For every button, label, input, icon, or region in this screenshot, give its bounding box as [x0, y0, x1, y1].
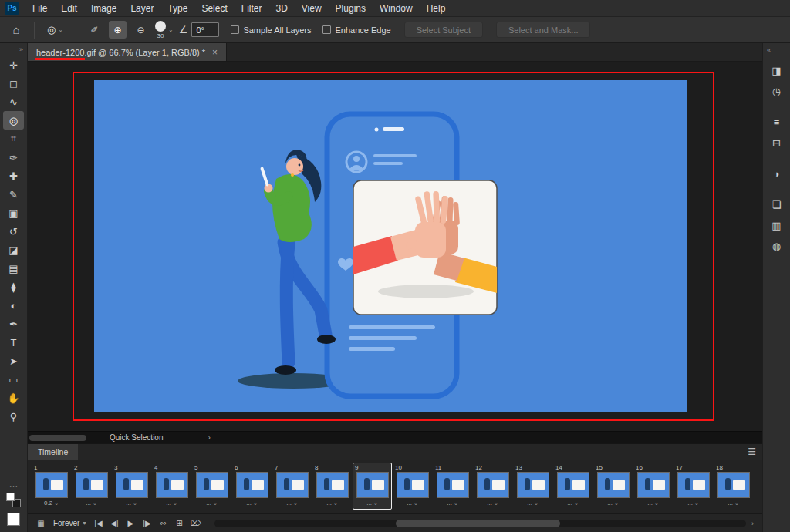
pen-tool[interactable]: ✒	[3, 315, 24, 333]
menu-item[interactable]: Image	[84, 0, 123, 17]
option-checkbox[interactable]: Sample All Layers	[231, 25, 311, 35]
option-checkbox[interactable]: Enhance Edge	[322, 25, 390, 35]
eraser-tool[interactable]: ◪	[3, 241, 24, 259]
frame-delay-dropdown[interactable]: ... ⌄	[194, 500, 229, 507]
menu-item[interactable]: 3D	[268, 0, 294, 17]
subtract-from-selection-icon[interactable]: ⊖	[132, 21, 150, 39]
collapse-panels-icon[interactable]: «	[767, 45, 771, 56]
scroll-right-icon[interactable]: ›	[750, 520, 755, 527]
healing-brush-tool[interactable]: ✚	[3, 167, 24, 185]
timeline-frame[interactable]: 17 ... ⌄	[674, 463, 713, 510]
frame-delay-dropdown[interactable]: ... ⌄	[395, 500, 430, 507]
menu-item[interactable]: Layer	[123, 0, 160, 17]
brush-size-picker[interactable]: 30 ⌄	[155, 21, 174, 39]
document-tab[interactable]: header-1200.gif @ 66.7% (Layer 1, RGB/8)…	[28, 43, 227, 61]
quick-selection-tool[interactable]: ◎	[3, 111, 24, 130]
layers-panel-icon[interactable]: ❏	[766, 195, 787, 214]
tween-button[interactable]: ∾	[157, 519, 169, 527]
timeline-frame[interactable]: 5 ... ⌄	[192, 463, 231, 510]
timeline-scrollbar-thumb[interactable]	[396, 520, 560, 527]
history-brush-tool[interactable]: ↺	[3, 222, 24, 241]
timeline-frame[interactable]: 8 ... ⌄	[312, 463, 352, 510]
menu-item[interactable]: Window	[373, 0, 420, 17]
edit-toolbar-icon[interactable]: …	[9, 481, 19, 487]
path-select-tool[interactable]: ➤	[3, 352, 24, 370]
type-tool[interactable]: T	[3, 333, 24, 352]
menu-item[interactable]: Select	[194, 0, 234, 17]
next-frame-button[interactable]: |▶	[140, 519, 153, 527]
frame-delay-dropdown[interactable]: ... ⌄	[716, 500, 751, 507]
hand-tool[interactable]: ✋	[3, 389, 24, 407]
frame-delay-dropdown[interactable]: ... ⌄	[315, 500, 349, 507]
color-panel-icon[interactable]: ◑	[766, 164, 787, 184]
menu-item[interactable]: Filter	[235, 0, 269, 17]
timeline-frame[interactable]: 18 ... ⌄	[714, 463, 753, 510]
timeline-frame[interactable]: 10 ... ⌄	[393, 463, 432, 510]
menu-item[interactable]: View	[295, 0, 329, 17]
canvas[interactable]	[28, 62, 762, 431]
move-tool[interactable]: ✛	[3, 56, 24, 74]
timeline-frame[interactable]: 6 ... ⌄	[232, 463, 272, 510]
timeline-frame[interactable]: 16 ... ⌄	[633, 463, 673, 510]
duplicate-frame-button[interactable]: ⊞	[173, 519, 185, 527]
timeline-frame[interactable]: 7 ... ⌄	[272, 463, 312, 510]
timeline-frame[interactable]: 2 ... ⌄	[72, 463, 111, 510]
expand-panel-icon[interactable]: »	[19, 45, 23, 55]
frame-delay-dropdown[interactable]: ... ⌄	[596, 500, 630, 507]
timeline-frame[interactable]: 14 ... ⌄	[553, 463, 592, 510]
timeline-frame[interactable]: 9 ... ⌄	[353, 463, 392, 510]
frame-delay-dropdown[interactable]: 0.2 ⌄	[34, 500, 69, 507]
menu-item[interactable]: Plugins	[329, 0, 373, 17]
gradient-tool[interactable]: ▤	[3, 259, 24, 278]
dodge-tool[interactable]: ◐	[3, 296, 24, 315]
timeline-frame[interactable]: 11 ... ⌄	[433, 463, 472, 510]
crop-tool[interactable]: ⌗	[3, 130, 24, 148]
panel-menu-icon[interactable]: ☰	[748, 446, 756, 457]
menu-item[interactable]: Help	[420, 0, 453, 17]
options-button[interactable]: Select Subject	[404, 22, 483, 38]
adjustments-panel-icon[interactable]: ◨	[766, 61, 787, 80]
timeline-frame[interactable]: 4 ... ⌄	[152, 463, 191, 510]
frame-delay-dropdown[interactable]: ... ⌄	[555, 500, 590, 507]
color-swatch[interactable]	[7, 513, 20, 526]
frame-delay-dropdown[interactable]: ... ⌄	[515, 500, 550, 507]
add-to-selection-icon[interactable]: ⊕	[109, 21, 127, 39]
angle-input[interactable]: 0°	[191, 22, 219, 37]
lasso-tool[interactable]: ∿	[3, 93, 24, 111]
close-icon[interactable]: ×	[212, 47, 218, 58]
menu-item[interactable]: Type	[160, 0, 194, 17]
frame-delay-dropdown[interactable]: ... ⌄	[235, 500, 269, 507]
menu-item[interactable]: Edit	[54, 0, 84, 17]
play-button[interactable]: ▶	[124, 519, 137, 527]
blur-tool[interactable]: ⧫	[3, 278, 24, 296]
loop-count-dropdown[interactable]: Forever ▾	[51, 518, 88, 528]
timeline-frame[interactable]: 13 ... ⌄	[513, 463, 552, 510]
previous-frame-button[interactable]: ◀|	[108, 519, 120, 527]
shape-tool[interactable]: ▭	[3, 370, 24, 389]
eyedropper-tool[interactable]: ✑	[3, 148, 24, 167]
timeline-frame[interactable]: 3 ... ⌄	[112, 463, 151, 510]
first-frame-button[interactable]: |◀	[92, 519, 104, 527]
home-icon[interactable]: ⌂	[8, 23, 25, 36]
frame-delay-dropdown[interactable]: ... ⌄	[475, 500, 510, 507]
new-selection-icon[interactable]: ✐	[86, 21, 103, 39]
zoom-tool[interactable]: ⚲	[3, 407, 24, 426]
frame-delay-dropdown[interactable]: ... ⌄	[275, 500, 309, 507]
frame-delay-dropdown[interactable]: ... ⌄	[676, 500, 711, 507]
paths-panel-icon[interactable]: ◍	[766, 237, 787, 256]
foreground-background-swatches[interactable]	[6, 493, 21, 507]
frame-delay-dropdown[interactable]: ... ⌄	[114, 500, 149, 507]
libraries-panel-icon[interactable]: ⊟	[766, 133, 787, 153]
timeline-scrollbar[interactable]	[214, 520, 746, 527]
options-button[interactable]: Select and Mask...	[496, 22, 591, 38]
menu-item[interactable]: File	[25, 0, 54, 17]
timeline-frame[interactable]: 15 ... ⌄	[593, 463, 633, 510]
tab-timeline[interactable]: Timeline	[28, 444, 78, 460]
frame-delay-dropdown[interactable]: ... ⌄	[154, 500, 189, 507]
chevron-right-icon[interactable]: ›	[208, 433, 210, 442]
properties-panel-icon[interactable]: ≡	[766, 113, 787, 132]
tool-preset-picker[interactable]: ◎ ⌄	[44, 22, 66, 37]
horizontal-scrollbar[interactable]	[29, 435, 86, 441]
history-panel-icon[interactable]: ◷	[766, 82, 787, 101]
frame-delay-dropdown[interactable]: ... ⌄	[636, 500, 670, 507]
